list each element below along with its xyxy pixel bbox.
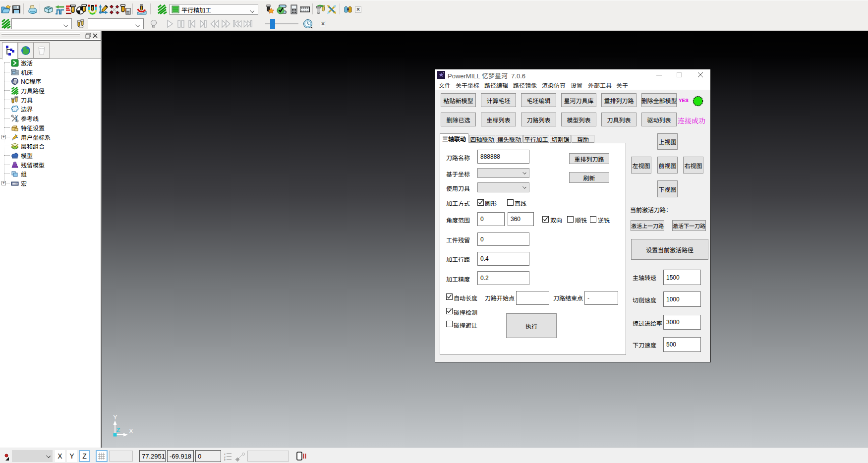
svg-text:X: X xyxy=(129,427,133,435)
svg-text:Z: Z xyxy=(116,426,120,434)
svg-text:z: z xyxy=(224,458,226,461)
svg-text:Y: Y xyxy=(113,413,117,421)
